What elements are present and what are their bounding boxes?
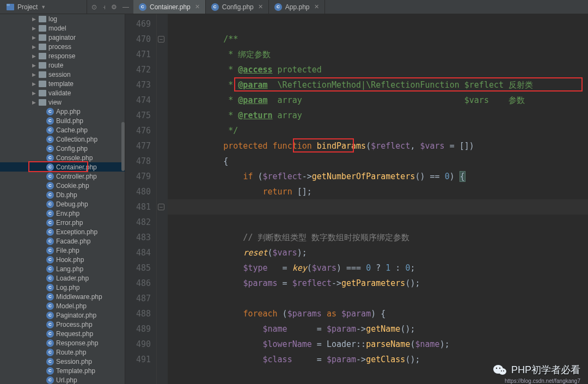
locate-icon[interactable]: ⊙ — [91, 3, 97, 11]
tree-folder[interactable]: ▶template — [0, 79, 125, 88]
php-file-icon: C — [46, 136, 54, 143]
close-icon[interactable]: ✕ — [195, 3, 200, 10]
editor-tab[interactable]: CContainer.php✕ — [133, 0, 206, 14]
tree-file[interactable]: CCookie.php — [0, 181, 125, 190]
project-panel-header[interactable]: Project ▼ — [0, 0, 87, 14]
code-line[interactable]: * 绑定参数 — [184, 47, 588, 62]
tree-file[interactable]: CMiddleware.php — [0, 292, 125, 301]
tree-folder[interactable]: ▶log — [0, 14, 125, 23]
tree-file[interactable]: CException.php — [0, 227, 125, 236]
code-line[interactable]: * @param \ReflectionMethod|\ReflectionFu… — [184, 77, 588, 93]
code-line[interactable]: $params = $reflect->getParameters(); — [184, 276, 588, 291]
code-line[interactable] — [184, 16, 588, 32]
fold-toggle-icon[interactable]: – — [158, 204, 164, 210]
tree-file[interactable]: CController.php — [0, 172, 125, 181]
tree-file[interactable]: CEnv.php — [0, 209, 125, 218]
code-line[interactable]: /** — [184, 32, 588, 47]
code-line[interactable]: * @param array $vars 参数 — [184, 93, 588, 108]
php-file-icon: C — [46, 182, 54, 190]
expand-arrow-icon[interactable]: ▶ — [32, 44, 36, 50]
tree-folder-label: paginator — [48, 34, 76, 41]
close-icon[interactable]: ✕ — [258, 3, 263, 10]
tree-file[interactable]: CConsole.php — [0, 153, 125, 162]
tree-folder[interactable]: ▶session — [0, 70, 125, 79]
tree-file[interactable]: CDebug.php — [0, 199, 125, 209]
expand-arrow-icon[interactable]: ▶ — [32, 72, 36, 77]
code-line[interactable]: return []; — [184, 184, 588, 199]
expand-arrow-icon[interactable]: ▶ — [32, 100, 36, 105]
tree-folder[interactable]: ▶paginator — [0, 33, 125, 42]
gear-icon[interactable]: ⚙ — [111, 3, 117, 11]
php-file-icon: C — [46, 330, 54, 338]
code-line[interactable]: */ — [184, 123, 588, 138]
sidebar-scrollbar[interactable] — [121, 122, 125, 171]
close-icon[interactable]: ✕ — [314, 3, 319, 10]
tree-file[interactable]: CBuild.php — [0, 116, 125, 125]
tree-file[interactable]: CResponse.php — [0, 338, 125, 348]
code-line[interactable]: $lowerName = Loader::parseName($name); — [184, 337, 588, 352]
tree-file[interactable]: CCollection.php — [0, 135, 125, 144]
code-line[interactable]: $class = $param->getClass(); — [184, 352, 588, 367]
tree-file[interactable]: CRequest.php — [0, 329, 125, 338]
fold-toggle-icon[interactable]: – — [158, 36, 164, 42]
tree-folder[interactable]: ▶model — [0, 23, 125, 33]
code-line[interactable]: // 判断数组类型 数字数组时按顺序绑定参数 — [184, 230, 588, 245]
code-line[interactable]: foreach ($params as $param) { — [184, 306, 588, 321]
tree-folder[interactable]: ▶view — [0, 97, 125, 107]
code-editor[interactable]: 4694704714724734744754764774784794804814… — [125, 14, 588, 384]
expand-arrow-icon[interactable]: ▶ — [32, 53, 36, 59]
tree-file[interactable]: CCache.php — [0, 125, 125, 135]
tree-folder[interactable]: ▶response — [0, 51, 125, 60]
code-line[interactable] — [184, 215, 588, 230]
line-number: 480 — [125, 184, 151, 199]
tree-file[interactable]: CLog.php — [0, 283, 125, 292]
tree-folder[interactable]: ▶process — [0, 42, 125, 51]
tree-file[interactable]: CLang.php — [0, 264, 125, 273]
tree-folder[interactable]: ▶route — [0, 60, 125, 70]
expand-arrow-icon[interactable]: ▶ — [32, 26, 36, 31]
tree-file[interactable]: CContainer.php — [0, 162, 125, 172]
line-number: 470 — [125, 32, 151, 47]
code-line[interactable]: * @access protected — [184, 62, 588, 77]
expand-arrow-icon[interactable]: ▶ — [32, 90, 36, 96]
tree-file[interactable]: CUrl.php — [0, 375, 125, 384]
tree-file[interactable]: CHook.php — [0, 255, 125, 264]
tree-file[interactable]: CSession.php — [0, 357, 125, 366]
code-line[interactable]: $name = $param->getName(); — [184, 321, 588, 337]
split-icon[interactable]: ⫞ — [102, 3, 106, 11]
code-line[interactable]: if ($reflect->getNumberOfParameters() ==… — [184, 169, 588, 184]
tree-file[interactable]: CConfig.php — [0, 144, 125, 153]
line-number: 489 — [125, 321, 151, 337]
editor-tab[interactable]: CApp.php✕ — [269, 0, 325, 14]
project-sidebar[interactable]: ▶log▶model▶paginator▶process▶response▶ro… — [0, 14, 125, 384]
php-file-icon: C — [46, 339, 54, 347]
code-line[interactable]: reset($vars); — [184, 245, 588, 260]
tree-file-label: Route.php — [56, 349, 86, 356]
collapse-icon[interactable]: — — [122, 3, 129, 11]
tree-file[interactable]: CRoute.php — [0, 348, 125, 357]
editor-tab[interactable]: CConfig.php✕ — [206, 0, 269, 14]
php-file-icon: C — [46, 228, 54, 236]
tree-file[interactable]: CTemplate.php — [0, 366, 125, 375]
expand-arrow-icon[interactable]: ▶ — [32, 35, 36, 40]
tree-file[interactable]: CProcess.php — [0, 320, 125, 329]
tree-file[interactable]: CModel.php — [0, 301, 125, 310]
tree-file[interactable]: CError.php — [0, 218, 125, 227]
code-line[interactable]: protected function bindParams($reflect, … — [184, 138, 588, 154]
code-line[interactable]: $type = key($vars) === 0 ? 1 : 0; — [184, 260, 588, 276]
code-line[interactable]: * @return array — [184, 108, 588, 123]
tree-file[interactable]: CDb.php — [0, 190, 125, 199]
tree-file[interactable]: CFacade.php — [0, 236, 125, 246]
project-toolbar-icons: ⊙ ⫞ ⚙ — — [87, 0, 133, 14]
code-area[interactable]: /** * 绑定参数 * @access protected * @param … — [168, 14, 588, 384]
expand-arrow-icon[interactable]: ▶ — [32, 63, 36, 68]
code-line[interactable] — [184, 291, 588, 306]
expand-arrow-icon[interactable]: ▶ — [32, 81, 36, 87]
code-line[interactable]: { — [184, 154, 588, 169]
tree-file[interactable]: CFile.php — [0, 246, 125, 255]
expand-arrow-icon[interactable]: ▶ — [32, 16, 36, 22]
tree-file[interactable]: CApp.php — [0, 107, 125, 116]
tree-file[interactable]: CPaginator.php — [0, 310, 125, 320]
tree-file[interactable]: CLoader.php — [0, 273, 125, 283]
tree-folder[interactable]: ▶validate — [0, 88, 125, 97]
